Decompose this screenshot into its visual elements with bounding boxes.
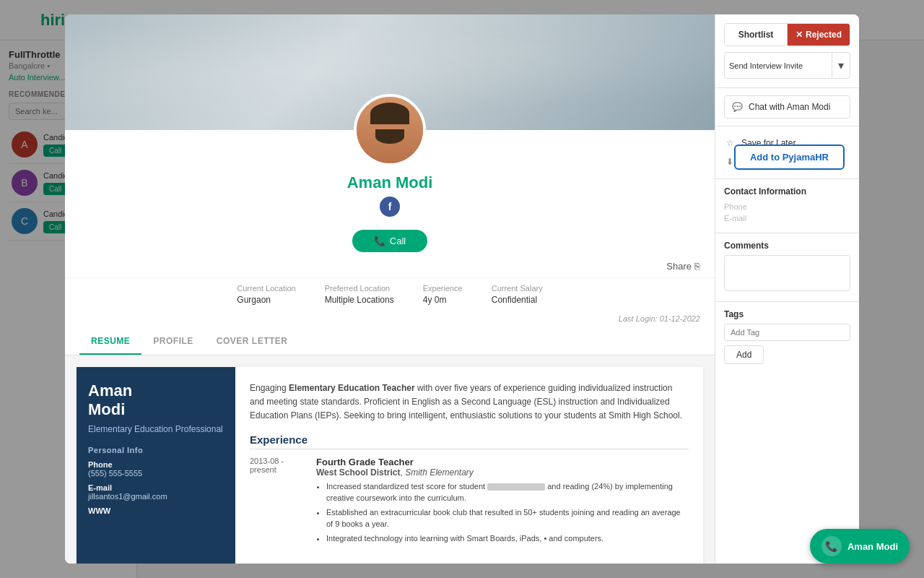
share-label: Share <box>666 261 692 272</box>
last-login: Last Login: 01-12-2022 <box>65 311 715 329</box>
floating-call-button[interactable]: 📞 Aman Modi <box>810 529 910 564</box>
shortlist-reject-row: Shortlist ✕ Rejected <box>724 23 850 46</box>
resume-content: AmanModi Elementary Education Profession… <box>65 355 715 564</box>
social-icons: f <box>65 197 715 217</box>
comments-input[interactable] <box>724 255 850 291</box>
add-tag-input[interactable] <box>724 324 850 341</box>
contact-section: Contact Information Phone E-mail <box>715 179 859 233</box>
floating-call-name: Aman Modi <box>847 541 898 552</box>
current-location-field: Current Location Gurgaon <box>237 284 295 306</box>
experience-section-title: Experience <box>250 434 689 449</box>
tab-resume[interactable]: RESUME <box>79 329 141 355</box>
shortlist-button[interactable]: Shortlist <box>725 24 788 46</box>
avatar-hair <box>370 103 409 124</box>
modal-container: Add to PyjamaHR Aman Modi f 📞 Call Share <box>65 14 859 564</box>
bullet-item: Established an extracurricular book club… <box>326 506 689 530</box>
tags-title: Tags <box>724 309 850 319</box>
experience-value: 4y 0m <box>423 295 447 305</box>
contact-email-placeholder: E-mail <box>724 214 850 223</box>
experience-field: Experience 4y 0m <box>423 284 463 306</box>
dropdown-arrow-icon[interactable]: ▾ <box>832 53 850 78</box>
interview-invite-row: Send Interview Invite ▾ <box>724 52 850 79</box>
current-salary-label: Current Salary <box>492 284 543 293</box>
avatar-head <box>372 104 408 140</box>
share-icon[interactable]: ⎘ <box>694 261 700 272</box>
avatar-beard <box>375 129 404 144</box>
exp-job-title: Fourth Grade Teacher <box>316 457 689 467</box>
chat-button[interactable]: 💬 Chat with Aman Modi <box>724 95 850 118</box>
comments-section: Comments <box>715 233 859 302</box>
personal-info-label: Personal Info <box>88 446 224 454</box>
current-location-label: Current Location <box>237 284 295 293</box>
experience-label: Experience <box>423 284 463 293</box>
tab-profile[interactable]: PROFILE <box>141 329 205 355</box>
exp-date-range: 2013-08 -present <box>250 457 308 547</box>
send-interview-invite-button[interactable]: Send Interview Invite <box>725 56 832 76</box>
reject-x-icon: ✕ <box>796 30 803 40</box>
exp-bullets: Increased standardized test score for st… <box>316 480 689 545</box>
tabs-bar: RESUME PROFILE COVER LETTER <box>65 329 715 355</box>
action-top: Shortlist ✕ Rejected Send Interview Invi… <box>715 14 859 88</box>
bullet-item: Increased standardized test score for st… <box>326 480 689 504</box>
exp-detail: Fourth Grade Teacher West School Distric… <box>316 457 689 547</box>
resume-document: AmanModi Elementary Education Profession… <box>77 367 703 564</box>
resume-summary: Engaging Elementary Education Teacher wi… <box>250 381 689 423</box>
resume-phone-label: Phone <box>88 460 224 469</box>
chat-section: 💬 Chat with Aman Modi <box>715 88 859 126</box>
current-location-value: Gurgaon <box>237 295 271 305</box>
resume-main: Engaging Elementary Education Teacher wi… <box>235 367 703 564</box>
meta-row: Current Location Gurgaon Preferred Locat… <box>65 277 715 311</box>
resume-email-label: E-mail <box>88 483 224 492</box>
contact-title: Contact Information <box>724 186 850 197</box>
tags-section: Tags Add <box>715 302 859 564</box>
resume-www-label: WWW <box>88 506 224 515</box>
facebook-icon[interactable]: f <box>380 197 400 217</box>
call-icon: 📞 <box>821 536 842 556</box>
right-panel: Shortlist ✕ Rejected Send Interview Invi… <box>715 14 859 564</box>
modal-overlay: Add to PyjamaHR Aman Modi f 📞 Call Share <box>0 0 924 578</box>
share-row: Share ⎘ <box>65 261 715 277</box>
preferred-location-label: Preferred Location <box>325 284 394 293</box>
profile-avatar <box>354 94 426 166</box>
comments-title: Comments <box>724 241 850 251</box>
call-button[interactable]: 📞 Call <box>352 230 427 252</box>
profile-header <box>65 14 715 130</box>
phone-icon: 📞 <box>374 236 385 246</box>
current-salary-value: Confidential <box>492 295 537 305</box>
bullet-item: Integrated technology into learning with… <box>326 532 689 545</box>
exp-company: West School District, Smith Elementary <box>316 467 689 478</box>
chat-icon: 💬 <box>732 102 743 112</box>
preferred-location-field: Preferred Location Multiple Locations <box>325 284 394 306</box>
resume-name: AmanModi <box>88 381 224 420</box>
experience-entry: 2013-08 -present Fourth Grade Teacher We… <box>250 457 689 547</box>
current-salary-field: Current Salary Confidential <box>492 284 543 306</box>
add-tag-button[interactable]: Add <box>724 345 764 364</box>
avatar-person <box>357 97 423 163</box>
reject-button[interactable]: ✕ Rejected <box>788 24 850 46</box>
preferred-location-value: Multiple Locations <box>325 295 394 305</box>
resume-job-title: Elementary Education Professional <box>88 424 224 434</box>
profile-panel: Add to PyjamaHR Aman Modi f 📞 Call Share <box>65 14 715 564</box>
profile-name: Aman Modi <box>65 173 715 192</box>
resume-sidebar: AmanModi Elementary Education Profession… <box>77 367 235 564</box>
contact-phone-placeholder: Phone <box>724 202 850 211</box>
resume-email-value: jillsantos1@gmail.com <box>88 492 224 501</box>
tab-cover-letter[interactable]: COVER LETTER <box>205 329 300 355</box>
resume-phone-value: (555) 555-5555 <box>88 469 224 478</box>
